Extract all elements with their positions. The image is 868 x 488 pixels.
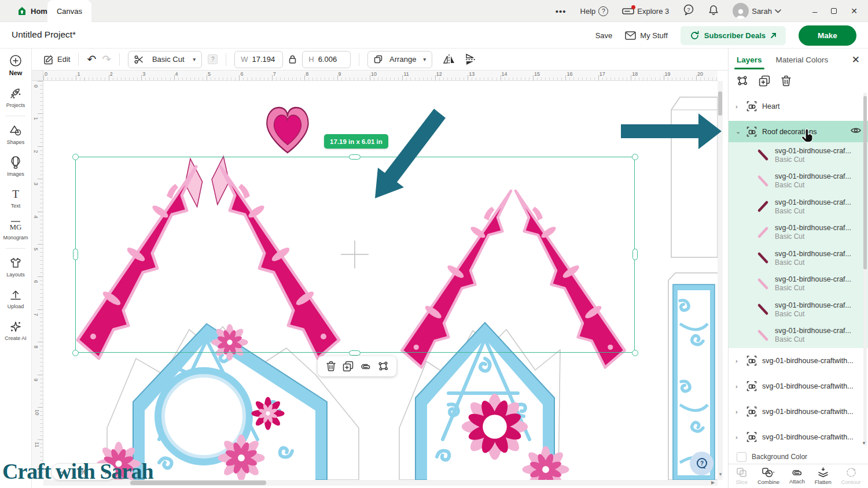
machine-selector[interactable]: Explore 3: [622, 7, 669, 16]
box-template[interactable]: [671, 97, 718, 257]
help-menu[interactable]: Help ?: [580, 6, 609, 16]
chevron-right-icon[interactable]: ›: [735, 434, 741, 441]
selection-handle-top-left[interactable]: [72, 154, 79, 160]
duplicate-icon[interactable]: [343, 361, 354, 372]
group-icon[interactable]: [378, 361, 389, 372]
contour-button[interactable]: Contour: [841, 467, 861, 485]
monogram-icon: MG: [8, 219, 23, 233]
flip-horizontal-icon[interactable]: [443, 54, 455, 65]
background-color-row[interactable]: Background Color: [729, 450, 868, 464]
layer-list: › Heart ⌄ Roof decorations svg-01-birdho: [729, 96, 868, 464]
background-color-swatch[interactable]: [737, 452, 746, 462]
layer-item[interactable]: svg-01-birdhouse-craf... Basic Cut: [729, 142, 868, 168]
attach-button[interactable]: Attach: [789, 468, 805, 485]
layer-group-roof-decorations-selected[interactable]: ⌄ Roof decorations: [729, 121, 868, 142]
window-minimize-button[interactable]: –: [812, 6, 817, 16]
duplicate-icon[interactable]: [759, 75, 770, 87]
arrange-select[interactable]: Arrange ▾: [367, 51, 432, 68]
operation-select[interactable]: Basic Cut ▾: [128, 51, 202, 68]
flip-vertical-icon[interactable]: [464, 53, 476, 66]
sidebar-item-shapes[interactable]: Shapes: [0, 119, 31, 150]
layer-group-collapsed[interactable]: › svg-01-birdhouse-craftwith...: [729, 374, 868, 399]
selection-handle-top-right[interactable]: [632, 154, 638, 160]
sidebar-item-new[interactable]: New: [0, 49, 31, 82]
selection-handle-bottom-middle[interactable]: [349, 350, 361, 356]
height-field[interactable]: H 6.006: [302, 51, 351, 68]
chevron-right-icon[interactable]: ›: [735, 103, 741, 110]
selection-handle-bottom-left[interactable]: [72, 350, 79, 356]
ruler-number: 8: [33, 346, 39, 349]
my-stuff-button[interactable]: My Stuff: [625, 31, 667, 40]
selection-handle-bottom-right[interactable]: [632, 350, 638, 356]
notifications-bell-icon[interactable]: [708, 5, 719, 18]
panel-action-bar: Slice Combine Attach Flatten Contour: [729, 464, 868, 488]
feedback-icon[interactable]: ?: [683, 4, 694, 18]
layer-item[interactable]: svg-01-birdhouse-craf... Basic Cut: [729, 220, 868, 246]
group-icon[interactable]: [737, 75, 748, 87]
lattice-panel-right[interactable]: [668, 273, 718, 480]
layer-item[interactable]: svg-01-birdhouse-craf... Basic Cut: [729, 194, 868, 220]
undo-button[interactable]: ↶: [87, 53, 96, 66]
slice-button[interactable]: Slice: [735, 467, 748, 485]
sidebar-item-text[interactable]: T Text: [0, 182, 31, 214]
delete-icon[interactable]: [781, 75, 792, 87]
panel-scrollbar[interactable]: [863, 93, 867, 445]
chevron-right-icon[interactable]: ›: [735, 408, 741, 415]
tab-material-colors[interactable]: Material Colors: [776, 56, 829, 64]
help-bubble-button[interactable]: ?: [690, 452, 713, 475]
layer-group-collapsed[interactable]: › svg-01-birdhouse-craftwith...: [729, 399, 868, 424]
operation-help-badge[interactable]: ?: [208, 54, 218, 64]
tab-canvas[interactable]: Canvas: [47, 0, 91, 22]
sidebar-item-monogram[interactable]: MG Monogram: [0, 214, 31, 246]
more-menu-icon[interactable]: •••: [556, 6, 567, 16]
scrollbar-thumb[interactable]: [718, 91, 722, 116]
chevron-right-icon[interactable]: ›: [735, 383, 741, 390]
chevron-down-icon[interactable]: ⌄: [735, 128, 741, 135]
layer-item[interactable]: svg-01-birdhouse-craf... Basic Cut: [729, 297, 868, 323]
panel-close-button[interactable]: ✕: [852, 54, 860, 66]
sidebar-item-upload[interactable]: Upload: [0, 283, 31, 315]
window-close-button[interactable]: ✕: [851, 6, 858, 16]
lock-icon[interactable]: [289, 55, 296, 64]
chevron-right-icon[interactable]: ›: [735, 357, 741, 364]
selection-bounding-box[interactable]: [75, 157, 635, 353]
layer-group-collapsed[interactable]: › svg-01-birdhouse-craftwith...: [729, 424, 868, 450]
layer-item[interactable]: svg-01-birdhouse-craf... Basic Cut: [729, 245, 868, 271]
scroll-down-arrow-icon[interactable]: ▼: [862, 441, 866, 446]
layer-group-heart[interactable]: › Heart: [729, 96, 868, 117]
scroll-down-arrow-icon[interactable]: ▼: [718, 472, 723, 477]
heart-shape[interactable]: [267, 108, 308, 153]
redo-button[interactable]: ↷: [102, 53, 111, 66]
make-button[interactable]: Make: [799, 25, 856, 46]
layer-item[interactable]: svg-01-birdhouse-craf... Basic Cut: [729, 271, 868, 297]
scrollbar-thumb[interactable]: [863, 96, 867, 269]
scroll-right-arrow-icon[interactable]: ▶: [711, 480, 715, 485]
layer-item[interactable]: svg-01-birdhouse-craf... Basic Cut: [729, 323, 868, 349]
layer-item[interactable]: svg-01-birdhouse-craf... Basic Cut: [729, 168, 868, 194]
selection-handle-left-middle[interactable]: [73, 249, 78, 260]
tab-layers[interactable]: Layers: [737, 56, 762, 64]
sidebar-item-layouts[interactable]: Layouts: [0, 251, 31, 283]
layer-group-collapsed[interactable]: › svg-01-birdhouse-craftwith...: [729, 348, 868, 374]
canvas-vertical-scrollbar[interactable]: [718, 81, 723, 480]
sidebar-item-projects[interactable]: Projects: [0, 82, 31, 113]
ruler-number: 15: [534, 71, 540, 77]
selection-handle-right-middle[interactable]: [632, 249, 638, 260]
attach-icon[interactable]: [360, 363, 372, 371]
flatten-button[interactable]: Flatten: [815, 467, 832, 485]
account-menu[interactable]: Sarah: [733, 3, 781, 19]
canvas-area[interactable]: 01234567891011121314151617181920 0123456…: [32, 71, 728, 488]
project-title[interactable]: Untitled Project*: [12, 29, 76, 40]
window-restore-button[interactable]: [831, 8, 837, 14]
save-button[interactable]: Save: [595, 31, 613, 40]
selection-handle-top-middle[interactable]: [349, 154, 361, 160]
combine-button[interactable]: Combine: [757, 467, 779, 485]
edit-button[interactable]: Edit: [43, 54, 70, 65]
arrange-label: Arrange: [389, 55, 416, 64]
sidebar-item-images[interactable]: Images: [0, 150, 31, 182]
subscriber-deals-button[interactable]: Subscriber Deals: [681, 26, 786, 45]
sidebar-item-create-ai[interactable]: Create AI: [0, 315, 31, 346]
delete-icon[interactable]: [326, 361, 336, 372]
visibility-eye-icon[interactable]: [851, 126, 861, 136]
width-field[interactable]: W 17.194: [234, 51, 283, 68]
